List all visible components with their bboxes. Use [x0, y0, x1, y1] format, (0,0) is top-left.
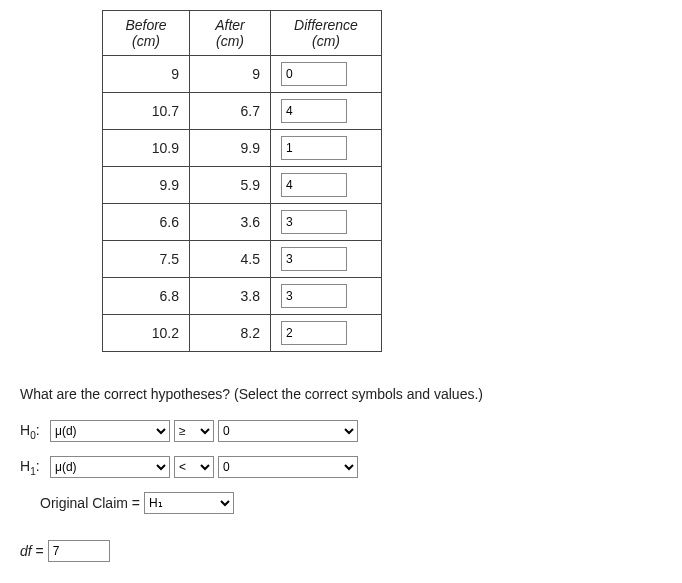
col-header-before: Before (cm) — [103, 11, 190, 56]
table-row: 7.54.5 — [103, 241, 382, 278]
diff-input[interactable] — [281, 62, 347, 86]
before-cell: 10.7 — [103, 93, 190, 130]
diff-input[interactable] — [281, 136, 347, 160]
data-table: Before (cm) After (cm) Difference (cm) 9… — [102, 10, 382, 352]
diff-cell — [271, 315, 382, 352]
diff-cell — [271, 278, 382, 315]
question-text: What are the correct hypotheses? (Select… — [20, 386, 662, 402]
table-row: 6.83.8 — [103, 278, 382, 315]
table-row: 10.99.9 — [103, 130, 382, 167]
diff-cell — [271, 93, 382, 130]
after-cell: 9 — [190, 56, 271, 93]
before-cell: 10.9 — [103, 130, 190, 167]
diff-input[interactable] — [281, 210, 347, 234]
original-claim-row: Original Claim = H₁ — [40, 492, 662, 514]
diff-cell — [271, 56, 382, 93]
h1-param-select[interactable]: μ(d) — [50, 456, 170, 478]
h1-label: H1: — [20, 458, 50, 477]
before-cell: 10.2 — [103, 315, 190, 352]
before-cell: 9 — [103, 56, 190, 93]
after-cell: 3.8 — [190, 278, 271, 315]
after-cell: 4.5 — [190, 241, 271, 278]
after-cell: 3.6 — [190, 204, 271, 241]
df-label: df = — [20, 543, 44, 559]
before-cell: 6.8 — [103, 278, 190, 315]
df-input[interactable] — [48, 540, 110, 562]
after-cell: 5.9 — [190, 167, 271, 204]
before-cell: 7.5 — [103, 241, 190, 278]
h1-val-select[interactable]: 0 — [218, 456, 358, 478]
df-row: df = — [20, 540, 662, 562]
after-cell: 8.2 — [190, 315, 271, 352]
diff-input[interactable] — [281, 284, 347, 308]
col-header-diff: Difference (cm) — [271, 11, 382, 56]
table-row: 99 — [103, 56, 382, 93]
h0-op-select[interactable]: ≥ — [174, 420, 214, 442]
diff-cell — [271, 130, 382, 167]
diff-cell — [271, 204, 382, 241]
original-claim-select[interactable]: H₁ — [144, 492, 234, 514]
diff-input[interactable] — [281, 247, 347, 271]
diff-input[interactable] — [281, 99, 347, 123]
h0-label: H0: — [20, 422, 50, 441]
after-cell: 6.7 — [190, 93, 271, 130]
h0-param-select[interactable]: μ(d) — [50, 420, 170, 442]
diff-input[interactable] — [281, 321, 347, 345]
before-cell: 6.6 — [103, 204, 190, 241]
table-row: 6.63.6 — [103, 204, 382, 241]
table-row: 9.95.9 — [103, 167, 382, 204]
after-cell: 9.9 — [190, 130, 271, 167]
table-row: 10.76.7 — [103, 93, 382, 130]
h0-val-select[interactable]: 0 — [218, 420, 358, 442]
diff-cell — [271, 167, 382, 204]
h0-row: H0: μ(d) ≥ 0 — [20, 420, 662, 442]
before-cell: 9.9 — [103, 167, 190, 204]
table-row: 10.28.2 — [103, 315, 382, 352]
h1-row: H1: μ(d) < 0 — [20, 456, 662, 478]
original-claim-label: Original Claim = — [40, 495, 140, 511]
h1-op-select[interactable]: < — [174, 456, 214, 478]
col-header-after: After (cm) — [190, 11, 271, 56]
diff-input[interactable] — [281, 173, 347, 197]
diff-cell — [271, 241, 382, 278]
